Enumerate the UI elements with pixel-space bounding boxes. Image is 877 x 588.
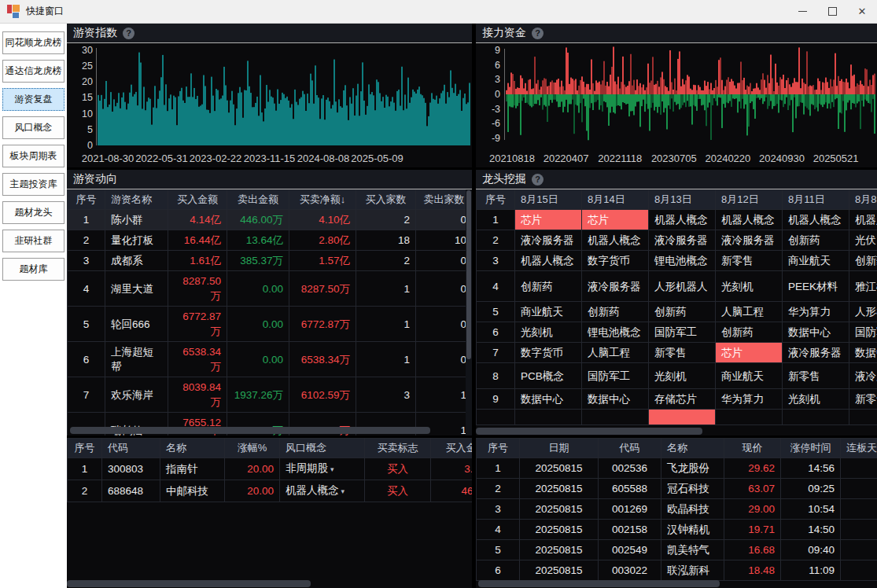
chart-bar-up: [638, 86, 639, 94]
table-row[interactable]: 4创新药液冷服务器人形机器人光刻机PEEK材料雅江概念: [477, 271, 877, 302]
dropdown-arrow-icon[interactable]: ▾: [341, 487, 345, 495]
cell-text: 光刻机: [654, 370, 687, 382]
help-icon[interactable]: ?: [123, 28, 134, 39]
table-header-cell[interactable]: 代码: [599, 439, 661, 458]
table-header-cell[interactable]: 8月13日: [649, 190, 716, 210]
table-header-cell[interactable]: 序号: [477, 439, 520, 458]
table-header-cell[interactable]: 连板天数: [841, 439, 877, 458]
table-row[interactable]: 520250815002549凯美特气16.6809:40: [477, 540, 877, 560]
table-row[interactable]: 620250815003022联泓新科18.4811:09: [477, 560, 877, 581]
table-header-cell[interactable]: 序号: [68, 190, 105, 210]
table-header-cell[interactable]: 序号: [68, 439, 102, 458]
table-header-cell[interactable]: 序号: [477, 190, 515, 210]
sidebar-item[interactable]: 通达信龙虎榜: [2, 60, 64, 83]
chart-bar: [140, 63, 142, 145]
table-header-cell[interactable]: 买卖标志: [365, 439, 431, 458]
chart-bar-down: [857, 94, 858, 103]
table-header-cell[interactable]: 卖出金额: [227, 190, 289, 210]
help-icon[interactable]: ?: [532, 174, 544, 186]
table-header-cell[interactable]: 日期: [520, 439, 599, 458]
chart-bar-down: [536, 94, 537, 104]
chart-bar: [462, 98, 464, 145]
table-header-cell[interactable]: 8月12日: [716, 190, 783, 210]
table-row[interactable]: 120250815002536飞龙股份29.6214:56: [477, 458, 877, 479]
table-header-cell[interactable]: 买入金额: [431, 439, 473, 458]
table-header-cell[interactable]: 8月14日: [582, 190, 649, 210]
table-header-cell[interactable]: 游资名称: [105, 190, 168, 210]
table-header-cell[interactable]: 买入金额: [168, 190, 227, 210]
table-header-cell[interactable]: 名称: [160, 439, 225, 458]
cell-text: 液冷服务器: [788, 347, 842, 358]
vertical-scrollbar[interactable]: [466, 189, 472, 435]
horizontal-scrollbar[interactable]: [478, 580, 720, 587]
sidebar-item[interactable]: 题材库: [2, 258, 64, 281]
table-row[interactable]: 1300803指南针20.00非周期股▾买入3.68亿: [68, 458, 473, 480]
minimize-button[interactable]: [787, 0, 817, 24]
horizontal-scrollbar[interactable]: [67, 580, 311, 587]
close-button[interactable]: ✕: [847, 0, 877, 24]
table-header-cell[interactable]: 卖出家数: [416, 190, 473, 210]
table-header-cell[interactable]: 涨停时间: [781, 439, 841, 458]
table-header-cell[interactable]: 涨幅%: [225, 439, 280, 458]
chart-bar: [132, 97, 134, 145]
x-axis-label: 2023-02-22: [190, 153, 242, 164]
table-row[interactable]: 3机器人概念数字货币锂电池概念新零售商业航天创新药: [477, 251, 877, 271]
table-row[interactable]: 7欢乐海岸8039.84万1937.26万6102.59万31: [68, 377, 473, 413]
table-row[interactable]: 4湖里大道8287.50万0.008287.50万10: [68, 271, 473, 307]
horizontal-scrollbar[interactable]: [476, 428, 702, 435]
table-header-cell[interactable]: 8月8日: [849, 190, 877, 210]
table-header-cell[interactable]: 现价: [724, 439, 781, 458]
table-cell: 国防军工: [582, 363, 649, 389]
table-row[interactable]: [477, 410, 877, 425]
table-row[interactable]: 220250815605588冠石科技63.0709:25: [477, 479, 877, 499]
chart-bar: [313, 104, 315, 145]
maximize-button[interactable]: [817, 0, 847, 24]
table-row[interactable]: 3成都系1.61亿385.37万1.57亿20: [68, 251, 473, 271]
table-header-cell[interactable]: 代码: [102, 439, 160, 458]
table-header-cell[interactable]: 名称: [661, 439, 724, 458]
cell-text: 14:56: [808, 462, 835, 474]
chart-bar-up: [702, 90, 704, 94]
dropdown-arrow-icon[interactable]: ▾: [330, 465, 334, 473]
table-header-cell[interactable]: 8月15日: [515, 190, 582, 210]
chart-bar: [146, 101, 148, 145]
table-cell: 非周期股▾: [280, 458, 365, 480]
table-header-cell[interactable]: 风口概念: [280, 439, 365, 458]
chart-bar-down: [558, 94, 559, 107]
table-row[interactable]: 1芯片芯片机器人概念机器人概念机器人概念机器人概念: [477, 210, 877, 230]
sidebar-item[interactable]: 板块周期表: [2, 145, 64, 167]
chart-bar: [371, 92, 373, 145]
table-row[interactable]: 2量化打板16.44亿13.64亿2.80亿1810: [68, 230, 473, 251]
table-header-cell[interactable]: 买卖净额↓: [289, 190, 356, 210]
table-row[interactable]: 2液冷服务器机器人概念液冷服务器液冷服务器创新药光伏: [477, 230, 877, 251]
scrollbar-handle[interactable]: [466, 190, 471, 359]
help-icon[interactable]: ?: [532, 28, 544, 39]
sidebar-item[interactable]: 游资复盘: [2, 88, 64, 111]
chart-bar: [178, 97, 179, 145]
sidebar-item[interactable]: 同花顺龙虎榜: [2, 31, 64, 54]
table-row[interactable]: 7数字货币人脑工程新零售芯片液冷服务器数据中心: [477, 343, 877, 363]
table-header-cell[interactable]: 买入家数: [356, 190, 416, 210]
table-cell: 芯片: [716, 343, 783, 363]
table-row[interactable]: 5商业航天创新药创新药人脑工程华为算力人形机器人: [477, 302, 877, 322]
chart-bar-up: [772, 78, 773, 94]
horizontal-scrollbar[interactable]: [70, 427, 430, 434]
sidebar-item[interactable]: 题材龙头: [2, 201, 64, 224]
sidebar-item-label: 游资复盘: [15, 93, 53, 106]
table-header-cell[interactable]: 8月11日: [783, 190, 849, 210]
chart-bar: [168, 98, 170, 145]
table-row[interactable]: 8PCB概念国防军工光刻机商业航天新零售液冷服务器: [477, 363, 877, 389]
cell-text: 6102.59万: [301, 389, 350, 401]
sidebar-item[interactable]: 主题投资库: [2, 173, 64, 196]
table-row[interactable]: 1陈小群4.14亿446.00万4.10亿20: [68, 210, 473, 230]
table-row[interactable]: 5轮回6666772.87万0.006772.87万10: [68, 307, 473, 342]
table-row[interactable]: 6上海超短帮6538.34万0.006538.34万10: [68, 342, 473, 377]
table-row[interactable]: 420250815002158汉钟精机19.7114:50: [477, 520, 877, 540]
sidebar-item[interactable]: 风口概念: [2, 116, 64, 139]
sidebar-item[interactable]: 韭研社群: [2, 230, 64, 252]
table-row[interactable]: 6光刻机锂电池概念国防军工创新药数据中心国防军工: [477, 322, 877, 343]
table-row[interactable]: 320250815001269欧晶科技29.0010:54: [477, 499, 877, 520]
chart-bar: [285, 98, 286, 145]
table-row[interactable]: 2688648中邮科技20.00机器人概念▾买入4633万: [68, 480, 473, 502]
table-row[interactable]: 9数据中心数据中心存储芯片华为算力光刻机新零售: [477, 389, 877, 410]
